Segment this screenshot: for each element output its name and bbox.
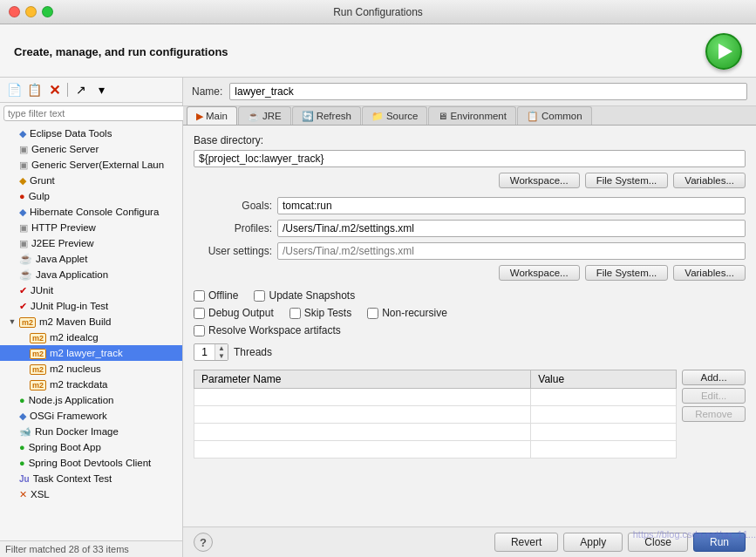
add-param-btn[interactable]: Add...: [682, 370, 746, 385]
table-row[interactable]: [194, 406, 677, 424]
tree-item-spring-boot-app[interactable]: ●Spring Boot App: [0, 439, 182, 455]
param-name-cell: [194, 406, 531, 424]
item-icon: ▣: [19, 159, 28, 171]
update-snapshots-checkbox[interactable]: Update Snapshots: [254, 289, 355, 302]
item-label: Grunt: [30, 175, 55, 186]
tree-item-run-docker[interactable]: 🐋Run Docker Image: [0, 424, 182, 439]
tree-item-grunt[interactable]: ◆Grunt: [0, 173, 182, 188]
tree-item-generic-server-ext[interactable]: ▣Generic Server(External Laun: [0, 157, 182, 173]
item-icon: ☕: [19, 268, 32, 281]
tree-item-junit[interactable]: ✔JUnit: [0, 282, 182, 298]
tree-item-task-context-test[interactable]: JuTask Context Test: [0, 471, 182, 486]
item-label: HTTP Preview: [31, 222, 96, 233]
tree-item-osgi-framework[interactable]: ◆OSGi Framework: [0, 408, 182, 424]
tree-item-nodejs-app[interactable]: ●Node.js Application: [0, 392, 182, 408]
workspace-btn-2[interactable]: Workspace...: [499, 265, 580, 281]
skip-tests-checkbox[interactable]: Skip Tests: [289, 307, 351, 319]
tab-environment[interactable]: 🖥Environment: [428, 106, 516, 125]
tree-item-m2-trackdata[interactable]: m2m2 trackdata: [0, 377, 182, 392]
base-directory-input[interactable]: [194, 150, 746, 167]
debug-output-checkbox[interactable]: Debug Output: [194, 307, 274, 319]
revert-button[interactable]: Revert: [494, 533, 558, 552]
run-config-button[interactable]: Run: [693, 533, 746, 552]
remove-param-btn[interactable]: Remove: [682, 406, 746, 422]
tree-item-m2-nucleus[interactable]: m2m2 nucleus: [0, 361, 182, 377]
item-label: Node.js Application: [29, 395, 114, 405]
item-icon: 🐋: [19, 425, 31, 438]
table-row[interactable]: [194, 424, 677, 441]
export-icon[interactable]: ↗: [72, 81, 90, 98]
debug-output-input[interactable]: [194, 308, 205, 319]
close-button[interactable]: Close: [628, 533, 688, 552]
tab-jre[interactable]: ☕JRE: [238, 106, 291, 125]
tree-item-java-applet[interactable]: ☕Java Applet: [0, 251, 182, 267]
filesystem-btn-1[interactable]: File System...: [585, 173, 669, 188]
expand-placeholder: [7, 489, 17, 499]
tree-item-m2-idealcg[interactable]: m2m2 idealcg: [0, 329, 182, 345]
non-recursive-input[interactable]: [367, 308, 378, 319]
tab-main[interactable]: ▶Main: [187, 106, 237, 125]
tree-item-hibernate[interactable]: ◆Hibernate Console Configura: [0, 204, 182, 220]
tree-item-j2ee-preview[interactable]: ▣J2EE Preview: [0, 235, 182, 251]
variables-btn-2[interactable]: Variables...: [673, 265, 746, 281]
skip-tests-input[interactable]: [289, 308, 301, 319]
resolve-workspace-checkbox[interactable]: Resolve Workspace artifacts: [194, 324, 341, 336]
table-row[interactable]: [194, 389, 677, 406]
filter-input[interactable]: [3, 105, 186, 121]
tree-item-xsl[interactable]: ✕XSL: [0, 486, 182, 502]
close-window-btn[interactable]: [9, 6, 20, 17]
tree-item-http-preview[interactable]: ▣HTTP Preview: [0, 220, 182, 235]
non-recursive-checkbox[interactable]: Non-recursive: [367, 307, 447, 319]
user-settings-input[interactable]: [277, 242, 746, 260]
help-button[interactable]: ?: [194, 533, 213, 552]
edit-param-btn[interactable]: Edit...: [682, 388, 746, 404]
expand-placeholder: [7, 426, 17, 437]
tab-source[interactable]: 📁Source: [362, 106, 427, 125]
expand-placeholder: [7, 458, 17, 468]
tab-common[interactable]: 📋Common: [517, 106, 592, 125]
item-icon: ◆: [19, 127, 26, 139]
workspace-btn-1[interactable]: Workspace...: [499, 173, 580, 188]
resolve-workspace-input[interactable]: [194, 325, 205, 336]
debug-output-label: Debug Output: [208, 307, 274, 319]
main-container: Create, manage, and run configurations 📄…: [0, 24, 756, 557]
item-label: m2 lawyer_track: [50, 348, 123, 358]
offline-checkbox[interactable]: Offline: [194, 289, 238, 302]
threads-spinner[interactable]: 1 ▲ ▼: [194, 343, 228, 361]
filesystem-btn-2[interactable]: File System...: [585, 265, 669, 281]
maximize-window-btn[interactable]: [42, 6, 53, 17]
tab-refresh[interactable]: 🔄Refresh: [292, 106, 361, 125]
delete-config-icon[interactable]: ✕: [45, 81, 63, 98]
offline-checkbox-input[interactable]: [194, 290, 205, 302]
item-label: OSGi Framework: [30, 411, 107, 421]
threads-up-arrow[interactable]: ▲: [215, 344, 228, 352]
name-input[interactable]: [229, 83, 747, 100]
item-icon: ▣: [19, 237, 28, 249]
goals-input[interactable]: [277, 197, 746, 214]
profiles-row: Profiles:: [194, 220, 746, 237]
update-snapshots-input[interactable]: [254, 290, 265, 302]
threads-down-arrow[interactable]: ▼: [215, 352, 228, 360]
dropdown-icon[interactable]: ▾: [92, 81, 110, 98]
new-config-icon[interactable]: 📄: [5, 81, 23, 98]
tree-item-generic-server[interactable]: ▣Generic Server: [0, 141, 182, 157]
tree-item-gulp[interactable]: ●Gulp: [0, 188, 182, 204]
tree-item-eclipse-data-tools[interactable]: ◆Eclipse Data Tools: [0, 126, 182, 141]
variables-btn-1[interactable]: Variables...: [673, 173, 746, 188]
profiles-input[interactable]: [277, 220, 746, 237]
tree-item-junit-plugin[interactable]: ✔JUnit Plug-in Test: [0, 298, 182, 314]
table-row[interactable]: [194, 441, 677, 459]
expand-placeholder: [17, 379, 28, 390]
non-recursive-label: Non-recursive: [382, 307, 447, 319]
item-label: J2EE Preview: [31, 238, 94, 248]
apply-button[interactable]: Apply: [563, 533, 623, 552]
right-panel: Name: ▶Main☕JRE🔄Refresh📁Source🖥Environme…: [183, 78, 756, 557]
tree-item-java-application[interactable]: ☕Java Application: [0, 267, 182, 282]
tree-item-m2-maven-build[interactable]: ▼m2m2 Maven Build: [0, 314, 182, 329]
run-button[interactable]: [705, 33, 742, 70]
tree-item-m2-lawyer-track[interactable]: m2m2 lawyer_track: [0, 345, 182, 361]
copy-config-icon[interactable]: 📋: [25, 81, 43, 98]
tree-item-spring-boot-devtools[interactable]: ●Spring Boot Devtools Client: [0, 455, 182, 471]
item-icon: ▣: [19, 143, 28, 155]
minimize-window-btn[interactable]: [25, 6, 37, 17]
